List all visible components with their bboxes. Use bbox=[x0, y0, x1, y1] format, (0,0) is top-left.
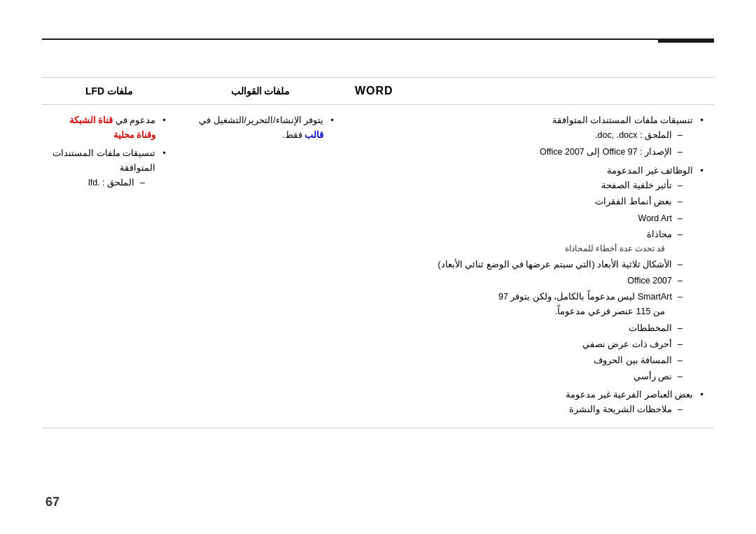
templates-item-1: يتوفر الإنشاء/التحرير/التشغيل في قالب فق… bbox=[187, 113, 334, 143]
word-item-3: بعض العناصر الفرعية غير مدعومة ملاحظات ا… bbox=[355, 388, 704, 418]
main-table: WORD ملفات القوالب ملفات LFD bbox=[42, 77, 714, 428]
main-content: WORD ملفات القوالب ملفات LFD bbox=[42, 77, 714, 428]
lfd-item-1: مدعوم في قناة الشبكة وقناة محلية bbox=[52, 113, 166, 143]
word-cell: تنسيقات ملفات المستندات المتوافقة الملحق… bbox=[344, 105, 714, 428]
right-accent-bar bbox=[658, 38, 714, 43]
header-templates: ملفات القوالب bbox=[176, 78, 344, 105]
page-number: 67 bbox=[46, 495, 59, 510]
word-bullet-list: تنسيقات ملفات المستندات المتوافقة الملحق… bbox=[355, 113, 704, 417]
word-item-1: تنسيقات ملفات المستندات المتوافقة الملحق… bbox=[355, 113, 704, 160]
word-item-2: الوظائف غير المدعومة تأثير خلفية الصفحة … bbox=[355, 164, 704, 385]
templates-cell: يتوفر الإنشاء/التحرير/التشغيل في قالب فق… bbox=[176, 105, 344, 428]
templates-bullet-list: يتوفر الإنشاء/التحرير/التشغيل في قالب فق… bbox=[187, 113, 334, 143]
page-container: WORD ملفات القوالب ملفات LFD bbox=[0, 0, 756, 534]
top-border-line bbox=[42, 38, 714, 40]
lfd-bullet-list: مدعوم في قناة الشبكة وقناة محلية تنسيقات… bbox=[52, 113, 166, 190]
header-lfd: ملفات LFD bbox=[42, 78, 176, 105]
header-word: WORD bbox=[344, 78, 714, 105]
lfd-item-2: تنسيقات ملفات المستندات المتوافقة الملحق… bbox=[52, 146, 166, 191]
lfd-cell: مدعوم في قناة الشبكة وقناة محلية تنسيقات… bbox=[42, 105, 176, 428]
